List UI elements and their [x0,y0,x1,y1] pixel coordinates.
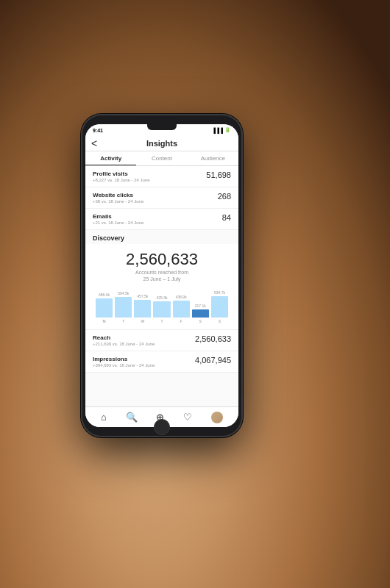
metric-label-website: Website clicks [93,192,143,198]
bar-day-S1: S [199,319,202,323]
tab-content[interactable]: Content [136,151,187,165]
status-time: 9:41 [93,128,103,133]
bar-day-S2: S [219,319,221,323]
bar-W [134,300,151,318]
bar-group-W: 457.5k W [134,294,151,323]
bar-chart: 488.4k M 504.5k T 457.5k W [93,287,231,323]
discovery-card: 2,560,633 Accounts reached from25 June –… [85,244,238,329]
bar-group-S2: 534.7k S [211,290,228,323]
bar-label-W: 457.5k [137,294,148,298]
phone-body: 9:41 ▐▐▐ 🔋 < Insights Activity Content A… [81,114,243,437]
bar-day-W: W [141,319,144,323]
bar-label-F: 436.9k [176,295,187,299]
metric-sub-website: +38 vs. 18 June - 24 June [93,199,143,204]
page-title: Insights [146,139,177,148]
bar-label-M: 488.4k [99,293,110,297]
page-header: < Insights [85,136,238,151]
discovery-title: Discovery [93,234,231,242]
tab-audience[interactable]: Audience [188,151,238,165]
bar-day-T2: T [160,319,163,323]
metric-value-impressions: 4,067,945 [195,356,231,365]
metric-sub-impressions: +394,693 vs. 18 June - 24 June [93,363,155,368]
metric-sub-emails: +21 vs. 18 June - 24 June [93,220,143,225]
metric-label-reach: Reach [93,334,155,341]
metric-value-reach: 2,560,633 [195,334,231,343]
bar-group-T2: 425.3k T [153,295,170,323]
bar-F [173,301,190,318]
bar-group-M: 488.4k M [96,293,113,323]
metric-website-clicks: Website clicks +38 vs. 18 June - 24 June… [85,187,238,209]
bar-group-T1: 504.5k T [115,291,132,323]
tab-bar: Activity Content Audience [85,151,238,166]
nav-profile-icon[interactable] [211,412,223,423]
discovery-section-header: Discovery [85,230,238,244]
bar-S1 [192,309,209,318]
bar-T2 [153,301,170,318]
bar-label-S2: 534.7k [214,290,225,295]
status-icons: ▐▐▐ 🔋 [212,127,231,133]
metric-value-website: 268 [218,192,231,201]
home-button[interactable] [154,419,170,435]
bar-label-T1: 504.5k [118,291,129,295]
bar-day-F: F [180,319,182,323]
metric-label-emails: Emails [93,213,143,220]
metric-impressions: Impressions +394,693 vs. 18 June - 24 Ju… [85,351,238,373]
main-content: Profile visits +8,227 vs. 18 June - 24 J… [85,166,238,406]
nav-home-icon[interactable]: ⌂ [101,412,107,423]
metric-profile-visits: Profile visits +8,227 vs. 18 June - 24 J… [85,166,238,187]
bar-label-S1: 217.1k [195,304,206,308]
wifi-icon: 🔋 [224,127,231,133]
bar-day-M: M [102,319,105,323]
metric-emails: Emails +21 vs. 18 June - 24 June 84 [85,209,238,230]
bar-S2 [211,296,228,318]
bar-day-T1: T [122,319,124,323]
phone-screen: 9:41 ▐▐▐ 🔋 < Insights Activity Content A… [85,124,238,427]
metric-value-emails: 84 [222,213,231,222]
bar-label-T2: 425.3k [156,295,167,300]
tab-activity[interactable]: Activity [85,151,136,165]
discovery-subtext: Accounts reached from25 June – 1 July [93,269,231,282]
bar-group-F: 436.9k F [173,295,190,323]
metric-label-impressions: Impressions [93,356,155,362]
nav-heart-icon[interactable]: ♡ [183,412,192,423]
signal-icon: ▐▐▐ [212,128,223,133]
metric-value-profile: 51,698 [206,171,231,179]
back-button[interactable]: < [91,137,97,149]
metric-sub-reach: +211,639 vs. 18 June - 24 June [93,342,155,346]
nav-search-icon[interactable]: 🔍 [126,412,138,423]
metric-sub-profile: +8,227 vs. 18 June - 24 June [93,178,150,182]
discovery-big-number: 2,560,633 [93,250,231,269]
bar-T1 [115,297,132,318]
phone-notch [147,124,177,130]
bar-group-S1: 217.1k S [192,304,209,323]
metric-label-profile: Profile visits [93,171,150,177]
bar-M [96,298,113,318]
phone-device: 9:41 ▐▐▐ 🔋 < Insights Activity Content A… [81,114,243,437]
metric-reach: Reach +211,639 vs. 18 June - 24 June 2,5… [85,329,238,351]
